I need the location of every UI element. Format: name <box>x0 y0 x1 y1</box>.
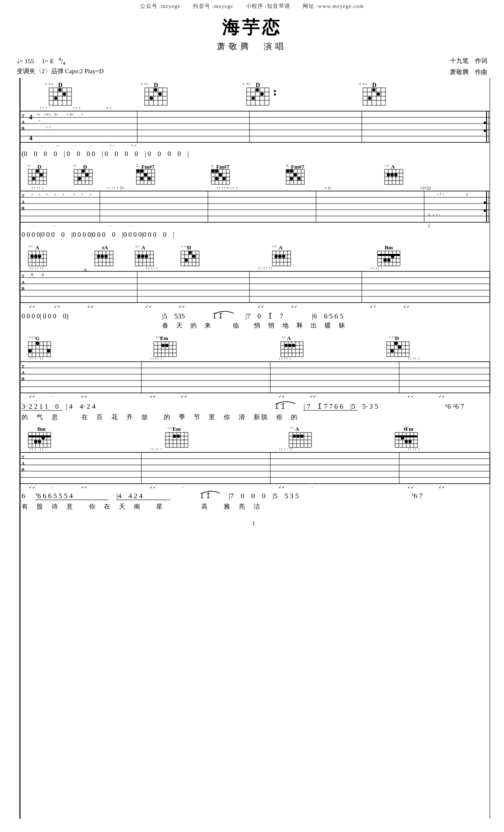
svg-point-177 <box>390 173 394 176</box>
svg-text:A: A <box>22 200 25 204</box>
svg-text:↑↑ ↑↑ ↑: ↑↑ ↑↑ ↑ <box>150 356 162 361</box>
svg-text:× ×○: × ×○ <box>141 82 149 86</box>
svg-point-269 <box>192 255 195 258</box>
svg-text:2.: 2. <box>211 164 214 168</box>
svg-text:·   -: · - <box>52 224 55 228</box>
svg-text:Fm#7: Fm#7 <box>141 164 155 170</box>
svg-point-295 <box>383 258 387 262</box>
svg-point-42 <box>274 94 276 96</box>
capo-info: 变调夹〈2〉品弹 Capo:2 Play=D <box>17 67 104 75</box>
svg-text:||: || <box>428 223 430 228</box>
svg-text:↑↑ ↑↑ ↑: ↑↑ ↑↑ ↑ <box>150 447 162 452</box>
svg-point-432 <box>38 440 41 443</box>
title-section: 海芋恋 萧敬腾 演唱 <box>12 16 492 52</box>
svg-point-384 <box>394 342 398 345</box>
svg-point-41 <box>274 90 276 92</box>
svg-text:(0　0　0　0　| 0　0　0 0　| 0　0　0　0　|: (0 0 0 0 | 0 0 0 0 | 0 0 0 0 | 0 0 0 0 | <box>22 150 189 158</box>
svg-text:6: 6 <box>22 492 32 500</box>
svg-text:#A: #A <box>102 244 109 251</box>
svg-point-458 <box>293 435 296 438</box>
svg-text:·   -: · - <box>31 224 35 228</box>
svg-text:×○: ×○ <box>27 164 32 168</box>
header-bar: 公众号 :mzyege 抖音号 :mzyege 小程序 :知音琴谱 网址 :ww… <box>12 0 492 12</box>
svg-text:↑↑ ↑↑ ↑↑: ↑↑ ↑↑ ↑↑ <box>29 266 44 271</box>
svg-point-14 <box>54 97 57 100</box>
svg-rect-430 <box>28 435 51 437</box>
svg-text:× ↑: × ↑ <box>106 105 112 110</box>
svg-text:×: × <box>54 192 56 196</box>
meta-left: ♩= 155 1= E 4/4 变调夹〈2〉品弹 Capo:2 Play=D <box>17 55 104 75</box>
svg-rect-471 <box>395 435 418 437</box>
svg-text:A: A <box>22 120 25 124</box>
svg-point-194 <box>484 201 486 204</box>
svg-text:A: A <box>22 280 25 285</box>
svg-text:×: × <box>73 192 75 196</box>
svg-text:D: D <box>58 82 62 88</box>
svg-point-161 <box>286 169 289 173</box>
svg-text:×○: ×○ <box>282 335 286 339</box>
svg-text:1̂  1̂: 1̂ 1̂ <box>212 312 223 320</box>
svg-text:| · -: | · - <box>110 143 116 148</box>
svg-text:○○○: ○○○ <box>156 335 163 339</box>
svg-text:|5　535: |5 535 <box>162 312 185 320</box>
svg-point-256 <box>145 255 148 258</box>
svg-text:×2×22: ×2×22 <box>420 186 431 190</box>
svg-text:|4　4 2 4: |4 4 2 4 <box>116 492 143 500</box>
svg-text:×: × <box>46 192 48 196</box>
lyricist: 十九笔 作词 <box>450 55 487 67</box>
key-time: ♩= 155 1= E 4/4 <box>17 56 104 67</box>
svg-text:↑↑ ↑ · ↑↑: ↑↑ ↑ · ↑↑ <box>29 356 44 361</box>
svg-point-357 <box>161 344 165 347</box>
svg-text:↙↙: ↙↙ <box>291 304 298 308</box>
svg-point-107 <box>32 177 35 180</box>
svg-point-163 <box>294 173 297 176</box>
svg-text:♯6 6 6 5 5 5 4: ♯6 6 6 5 5 5 4 <box>35 492 73 500</box>
svg-text:○○○: ○○○ <box>29 335 36 339</box>
svg-point-296 <box>387 258 390 262</box>
svg-point-25 <box>154 88 157 92</box>
svg-text:|7　0　1̂　7: |7 0 1̂ 7 <box>245 312 283 320</box>
svg-text:× ×○: × ×○ <box>389 335 396 339</box>
svg-point-38 <box>256 88 259 92</box>
svg-text:B: B <box>22 206 25 211</box>
composer: 萧敬腾 作曲 <box>450 67 487 78</box>
svg-text:的　气　息　　　在　百　花　齐　放　　的　季　节　里　你　清: 的 气 息 在 百 花 齐 放 的 季 节 里 你 清 新脱 俗 的 <box>22 414 299 420</box>
svg-text:↙↙: ↙↙ <box>29 485 36 489</box>
svg-text:D: D <box>154 82 158 88</box>
svg-text:4: 4 <box>29 114 32 121</box>
svg-text:A: A <box>83 267 87 273</box>
svg-text:↙↙: ↙↙ <box>279 394 285 398</box>
svg-text:有　股　诗　意　　你　在　天　南　　星　　　　　高　　雅　亮: 有 股 诗 意 你 在 天 南 星 高 雅 亮 洁 <box>22 503 261 510</box>
svg-text:×○: ×○ <box>290 426 294 430</box>
svg-text:×: × <box>81 192 83 196</box>
svg-point-255 <box>141 255 144 258</box>
svg-point-230 <box>34 255 37 258</box>
svg-text:♯Fm: ♯Fm <box>403 426 413 432</box>
svg-text:×: × <box>81 112 83 117</box>
svg-point-371 <box>288 344 292 347</box>
svg-point-195 <box>484 209 486 212</box>
svg-text:T: T <box>22 364 25 369</box>
svg-text:×: × <box>89 192 91 196</box>
svg-text:A: A <box>279 244 283 251</box>
svg-text:↙↙: ↙↙ <box>258 304 264 308</box>
svg-text:B: B <box>22 377 25 381</box>
svg-text:○○○: ○○○ <box>168 426 174 430</box>
wechat-label: 公众号 :mzyege <box>140 2 180 10</box>
svg-point-178 <box>394 173 398 176</box>
svg-point-243 <box>104 255 108 258</box>
svg-text:↙↙: ↙↙ <box>179 304 185 308</box>
svg-text:×○: ×○ <box>73 164 77 168</box>
svg-text:× 4×: × 4× <box>67 112 74 117</box>
svg-point-372 <box>292 344 295 347</box>
svg-text:↑↑ ↑: ↑↑ ↑ <box>73 105 81 110</box>
svg-text:↙↙: ↙↙ <box>310 394 316 398</box>
svg-point-148 <box>219 173 222 176</box>
svg-point-345 <box>47 349 50 353</box>
svg-point-54 <box>377 92 380 96</box>
miniprogram-label: 小程序 :知音琴谱 <box>246 2 290 10</box>
svg-point-164 <box>297 177 301 180</box>
svg-point-135 <box>140 177 143 180</box>
svg-point-281 <box>274 255 278 258</box>
svg-text:× ×○: × ×○ <box>359 82 367 86</box>
